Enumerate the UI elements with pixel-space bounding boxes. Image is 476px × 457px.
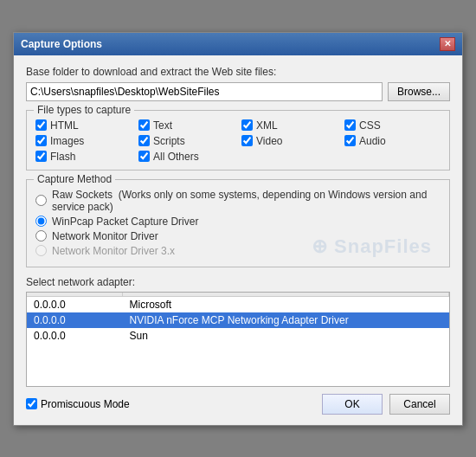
cb-video-item: Video — [241, 135, 338, 147]
adapter-row-0-ip: 0.0.0.0 — [27, 296, 122, 312]
cb-video-label: Video — [256, 135, 282, 147]
radio-winpcap-label: WinPcap Packet Capture Driver — [52, 216, 198, 228]
file-types-grid: HTML Text XML CSS Images — [35, 119, 441, 163]
cb-allothers-label: All Others — [153, 151, 199, 163]
adapter-table: 0.0.0.0 Microsoft 0.0.0.0 NVIDIA nForce … — [27, 293, 449, 344]
radio-raw[interactable] — [35, 195, 47, 206]
promiscuous-checkbox[interactable] — [26, 398, 37, 409]
capture-method-title: Capture Method — [34, 173, 115, 185]
file-types-title: File types to capture — [34, 104, 134, 116]
promiscuous-row: Promiscuous Mode — [26, 398, 130, 410]
adapter-row-0[interactable]: 0.0.0.0 Microsoft — [27, 296, 449, 312]
cb-css-checkbox[interactable] — [344, 119, 356, 131]
cb-xml-checkbox[interactable] — [241, 119, 253, 131]
adapter-row-1-desc: NVIDIA nForce MCP Networking Adapter Dri… — [122, 312, 449, 328]
cb-text-checkbox[interactable] — [138, 119, 150, 131]
radio-netmon3-item: Network Monitor Driver 3.x — [35, 245, 441, 257]
adapter-row-1-ip: 0.0.0.0 — [27, 312, 122, 328]
close-button[interactable]: ✕ — [440, 37, 455, 51]
cb-scripts-item: Scripts — [138, 135, 235, 147]
base-folder-label: Base folder to download and extract the … — [26, 66, 450, 78]
adapter-label: Select network adapter: — [26, 276, 450, 288]
cb-video-checkbox[interactable] — [241, 135, 253, 146]
radio-netmon[interactable] — [35, 230, 47, 241]
cb-flash-label: Flash — [50, 151, 75, 163]
cb-allothers-item: All Others — [138, 151, 235, 163]
cb-audio-item: Audio — [344, 135, 441, 147]
adapter-table-body: 0.0.0.0 Microsoft 0.0.0.0 NVIDIA nForce … — [27, 296, 449, 344]
adapter-table-wrapper[interactable]: 0.0.0.0 Microsoft 0.0.0.0 NVIDIA nForce … — [26, 292, 450, 387]
cb-html-label: HTML — [50, 119, 79, 132]
radio-netmon-label: Network Monitor Driver — [52, 230, 158, 242]
capture-options-dialog: Capture Options ✕ Base folder to downloa… — [13, 32, 463, 426]
cb-images-checkbox[interactable] — [35, 135, 47, 146]
radio-netmon3-label: Network Monitor Driver 3.x — [52, 245, 175, 257]
radio-netmon3 — [35, 245, 47, 256]
path-input[interactable] — [26, 82, 383, 101]
radio-winpcap-item: WinPcap Packet Capture Driver — [35, 216, 441, 228]
cb-xml-label: XML — [256, 119, 278, 132]
capture-method-group: Capture Method Raw Sockets (Works only o… — [26, 179, 450, 267]
cb-xml-item: XML — [241, 119, 338, 132]
adapter-row-0-desc: Microsoft — [122, 296, 449, 312]
cb-css-item: CSS — [344, 119, 441, 132]
cb-allothers-checkbox[interactable] — [138, 151, 150, 162]
capture-method-options: Raw Sockets (Works only on some systems,… — [35, 189, 441, 257]
dialog-body: Base folder to download and extract the … — [14, 55, 462, 425]
bottom-row: Promiscuous Mode OK Cancel — [26, 394, 450, 415]
promiscuous-label: Promiscuous Mode — [41, 398, 130, 410]
cb-audio-checkbox[interactable] — [344, 135, 356, 146]
radio-raw-label: Raw Sockets (Works only on some systems,… — [52, 189, 441, 213]
cb-html-checkbox[interactable] — [35, 119, 47, 131]
adapter-row-2-desc: Sun — [122, 328, 449, 344]
radio-netmon-item: Network Monitor Driver — [35, 230, 441, 242]
cb-images-item: Images — [35, 135, 132, 147]
radio-winpcap[interactable] — [35, 216, 47, 227]
cb-text-item: Text — [138, 119, 235, 132]
cb-flash-checkbox[interactable] — [35, 151, 47, 162]
adapter-row-1[interactable]: 0.0.0.0 NVIDIA nForce MCP Networking Ada… — [27, 312, 449, 328]
cb-audio-label: Audio — [359, 135, 386, 147]
title-bar: Capture Options ✕ — [14, 33, 462, 55]
cancel-button[interactable]: Cancel — [389, 394, 450, 415]
cb-images-label: Images — [50, 135, 84, 147]
cb-html-item: HTML — [35, 119, 132, 132]
browse-button[interactable]: Browse... — [388, 82, 450, 101]
dialog-title: Capture Options — [21, 38, 102, 50]
ok-button[interactable]: OK — [322, 394, 383, 415]
cb-flash-item: Flash — [35, 151, 132, 163]
cb-text-label: Text — [153, 119, 172, 132]
cb-scripts-checkbox[interactable] — [138, 135, 150, 146]
title-bar-buttons: ✕ — [440, 37, 455, 51]
file-types-group: File types to capture HTML Text XML CSS — [26, 110, 450, 171]
path-row: Browse... — [26, 82, 450, 101]
button-row: OK Cancel — [322, 394, 450, 415]
cb-css-label: CSS — [359, 119, 381, 132]
cb-scripts-label: Scripts — [153, 135, 185, 147]
radio-raw-item: Raw Sockets (Works only on some systems,… — [35, 189, 441, 213]
adapter-row-2-ip: 0.0.0.0 — [27, 328, 122, 344]
adapter-row-2[interactable]: 0.0.0.0 Sun — [27, 328, 449, 344]
